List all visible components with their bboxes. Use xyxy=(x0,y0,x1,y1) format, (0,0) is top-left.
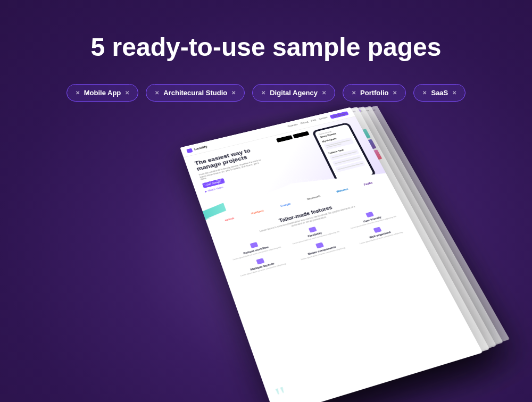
pill-mobile-app[interactable]: ✕Mobile App✕ xyxy=(66,84,139,102)
feature-icon xyxy=(250,241,258,248)
x-icon: ✕ xyxy=(76,90,80,96)
pill-digital-agency[interactable]: ✕Digital Agency✕ xyxy=(252,84,335,102)
watermark-icon: Z xyxy=(202,177,211,186)
category-pills: ✕Mobile App✕ ✕Architecural Studio✕ ✕Digi… xyxy=(0,84,532,102)
pill-architectural-studio[interactable]: ✕Architecural Studio✕ xyxy=(146,84,245,102)
x-icon: ✕ xyxy=(231,90,236,96)
logo-text: Landify xyxy=(194,145,207,150)
logo-icon xyxy=(186,148,193,153)
mockup-stage: Landify Coworking SpacesMeeting RoomsOff… xyxy=(0,128,532,394)
x-icon: ✕ xyxy=(352,90,356,96)
pill-portfolio[interactable]: ✕Portfolio✕ xyxy=(343,84,406,102)
nav-cta: Get Started xyxy=(330,111,349,118)
quote-icon: " xyxy=(271,380,292,402)
x-icon: ✕ xyxy=(261,90,265,96)
x-icon: ✕ xyxy=(125,90,129,96)
x-icon: ✕ xyxy=(322,90,326,96)
nav-item: Pricing xyxy=(300,120,310,125)
nav-item: FAQ xyxy=(311,119,318,123)
x-icon: ✕ xyxy=(422,90,427,96)
x-icon: ✕ xyxy=(452,90,456,96)
feature-icon xyxy=(256,258,264,264)
x-icon: ✕ xyxy=(393,90,397,96)
feature-icon xyxy=(365,211,374,217)
feature-icon xyxy=(373,227,381,233)
pill-saas[interactable]: ✕SaaS✕ xyxy=(413,84,466,102)
watermark: Z 早道大咖 IAMDK.TAOBAO.COM xyxy=(202,177,330,186)
page-title: 5 ready-to-use sample pages xyxy=(0,0,532,63)
nav-item: Features xyxy=(287,123,299,129)
feature-icon xyxy=(315,242,324,248)
feature-icon xyxy=(309,226,317,232)
nav-item: Contact xyxy=(318,115,328,121)
x-icon: ✕ xyxy=(155,90,159,96)
